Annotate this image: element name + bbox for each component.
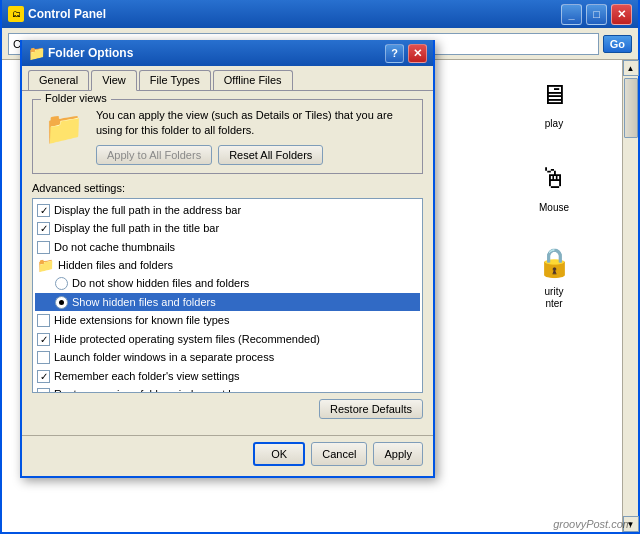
folder-views-description: You can apply the view (such as Details … — [96, 108, 414, 139]
ok-button[interactable]: OK — [253, 442, 305, 466]
dialog-titlebar: 📁 Folder Options ? ✕ — [22, 40, 433, 66]
checkbox-launch-separate[interactable] — [37, 351, 50, 364]
setting-remember-view-label: Remember each folder's view settings — [54, 368, 240, 385]
settings-list[interactable]: Display the full path in the address bar… — [32, 198, 423, 393]
setting-restore-windows[interactable]: Restore previous folder windows at logon — [35, 385, 420, 393]
checkbox-hide-protected[interactable] — [37, 333, 50, 346]
mouse-label: Mouse — [539, 202, 569, 214]
tab-offline-files[interactable]: Offline Files — [213, 70, 293, 90]
apply-all-folders-button[interactable]: Apply to All Folders — [96, 145, 212, 165]
folder-views-buttons: Apply to All Folders Reset All Folders — [96, 145, 414, 165]
setting-launch-separate[interactable]: Launch folder windows in a separate proc… — [35, 348, 420, 367]
setting-no-cache-thumbnails-label: Do not cache thumbnails — [54, 239, 175, 256]
apply-button[interactable]: Apply — [373, 442, 423, 466]
cp-icon-mouse[interactable]: 🖱 Mouse — [478, 152, 630, 232]
setting-show-hidden[interactable]: Show hidden files and folders — [35, 293, 420, 312]
dialog-content: Folder views 📁 You can apply the view (s… — [22, 90, 433, 435]
setting-no-cache-thumbnails[interactable]: Do not cache thumbnails — [35, 238, 420, 257]
tab-view[interactable]: View — [91, 70, 137, 91]
tab-file-types[interactable]: File Types — [139, 70, 211, 90]
checkbox-hide-extensions[interactable] — [37, 314, 50, 327]
checkbox-restore-windows[interactable] — [37, 388, 50, 393]
checkbox-no-cache-thumbnails[interactable] — [37, 241, 50, 254]
cp-title-text: Control Panel — [28, 7, 557, 21]
setting-hide-extensions-label: Hide extensions for known file types — [54, 312, 229, 329]
setting-launch-separate-label: Launch folder windows in a separate proc… — [54, 349, 274, 366]
security-icon: 🔒 — [534, 242, 574, 282]
cp-icon-security[interactable]: 🔒 uritynter — [478, 236, 630, 316]
setting-do-not-show-hidden-label: Do not show hidden files and folders — [72, 275, 249, 292]
folder-views-group: Folder views 📁 You can apply the view (s… — [32, 99, 423, 174]
radio-do-not-show-hidden[interactable] — [55, 277, 68, 290]
reset-all-folders-button[interactable]: Reset All Folders — [218, 145, 323, 165]
setting-full-path-address-label: Display the full path in the address bar — [54, 202, 241, 219]
setting-full-path-title-label: Display the full path in the title bar — [54, 220, 219, 237]
folder-big-icon: 📁 — [41, 108, 86, 148]
setting-full-path-title[interactable]: Display the full path in the title bar — [35, 219, 420, 238]
setting-full-path-address[interactable]: Display the full path in the address bar — [35, 201, 420, 220]
cancel-button[interactable]: Cancel — [311, 442, 367, 466]
scroll-up-arrow[interactable]: ▲ — [623, 60, 639, 76]
setting-do-not-show-hidden[interactable]: Do not show hidden files and folders — [35, 274, 420, 293]
display-icon: 🖥 — [534, 74, 574, 114]
checkbox-full-path-address[interactable] — [37, 204, 50, 217]
hidden-files-folder-icon: 📁 — [37, 257, 54, 273]
setting-restore-windows-label: Restore previous folder windows at logon — [54, 386, 255, 393]
scroll-thumb[interactable] — [624, 78, 638, 138]
tab-general[interactable]: General — [28, 70, 89, 90]
setting-hide-extensions[interactable]: Hide extensions for known file types — [35, 311, 420, 330]
watermark: groovyPost.com — [553, 518, 632, 530]
cp-title-icon: 🗂 — [8, 6, 24, 22]
display-label: play — [545, 118, 563, 130]
security-label: uritynter — [545, 286, 564, 310]
cp-icon-display[interactable]: 🖥 play — [478, 68, 630, 148]
dialog-help-button[interactable]: ? — [385, 44, 404, 63]
folder-views-content: 📁 You can apply the view (such as Detail… — [41, 104, 414, 165]
dialog-title-text: Folder Options — [48, 46, 381, 60]
radio-show-hidden[interactable] — [55, 296, 68, 309]
folder-views-title: Folder views — [41, 92, 111, 104]
dialog-close-button[interactable]: ✕ — [408, 44, 427, 63]
checkbox-full-path-title[interactable] — [37, 222, 50, 235]
dialog-title-icon: 📁 — [28, 45, 44, 61]
cp-scrollbar[interactable]: ▲ ▼ — [622, 60, 638, 532]
checkbox-remember-view[interactable] — [37, 370, 50, 383]
setting-hide-protected[interactable]: Hide protected operating system files (R… — [35, 330, 420, 349]
setting-hidden-files-folder: 📁 Hidden files and folders — [35, 256, 420, 274]
dialog-tabs: General View File Types Offline Files — [22, 66, 433, 90]
setting-show-hidden-label: Show hidden files and folders — [72, 294, 216, 311]
cp-titlebar: 🗂 Control Panel _ □ ✕ — [2, 0, 638, 28]
hidden-files-folder-label: Hidden files and folders — [58, 259, 173, 271]
cp-close-button[interactable]: ✕ — [611, 4, 632, 25]
dialog-bottom-buttons: OK Cancel Apply — [22, 435, 433, 476]
cp-maximize-button[interactable]: □ — [586, 4, 607, 25]
setting-remember-view[interactable]: Remember each folder's view settings — [35, 367, 420, 386]
cp-go-button[interactable]: Go — [603, 35, 632, 53]
mouse-icon: 🖱 — [534, 158, 574, 198]
advanced-settings-label: Advanced settings: — [32, 182, 423, 194]
folder-options-dialog: 📁 Folder Options ? ✕ General View File T… — [20, 40, 435, 478]
setting-hide-protected-label: Hide protected operating system files (R… — [54, 331, 320, 348]
cp-minimize-button[interactable]: _ — [561, 4, 582, 25]
restore-defaults-button[interactable]: Restore Defaults — [319, 399, 423, 419]
restore-defaults-row: Restore Defaults — [32, 399, 423, 419]
